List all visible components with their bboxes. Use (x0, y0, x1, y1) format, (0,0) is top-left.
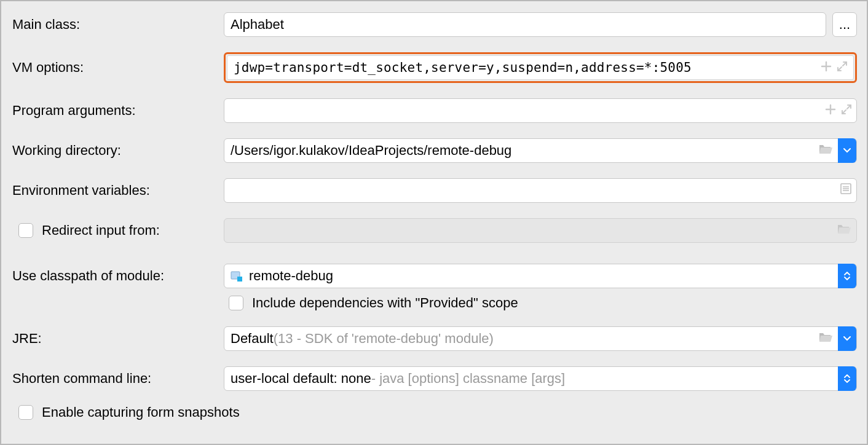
classpath-module-value: remote-debug (249, 268, 838, 284)
row-jre: JRE: Default (13 - SDK of 'remote-debug'… (12, 326, 857, 351)
label-redirect-input: Redirect input from: (42, 222, 160, 238)
shorten-dropdown-button[interactable] (838, 366, 856, 391)
working-directory-combo[interactable]: /Users/igor.kulakov/IdeaProjects/remote-… (224, 138, 857, 163)
label-include-provided: Include dependencies with "Provided" sco… (252, 295, 518, 311)
label-program-arguments: Program arguments: (12, 103, 136, 119)
plus-icon[interactable] (825, 103, 836, 119)
main-class-browse-button[interactable]: ... (832, 12, 857, 37)
row-shorten-command-line: Shorten command line: user-local default… (12, 366, 857, 391)
working-directory-dropdown-button[interactable] (838, 138, 856, 163)
module-icon (231, 270, 243, 282)
label-main-class: Main class: (12, 17, 80, 33)
label-classpath-module: Use classpath of module: (12, 268, 164, 284)
folder-open-icon[interactable] (818, 331, 833, 347)
vm-options-highlight (224, 52, 857, 83)
label-working-directory: Working directory: (12, 143, 121, 159)
classpath-module-dropdown-button[interactable] (838, 264, 856, 288)
main-class-input[interactable] (224, 12, 826, 37)
enable-snapshots-checkbox[interactable] (18, 405, 33, 420)
label-jre: JRE: (12, 331, 42, 347)
environment-variables-input[interactable] (224, 178, 857, 203)
row-classpath-module: Use classpath of module: remote-debug (12, 264, 857, 288)
plus-icon[interactable] (821, 60, 832, 76)
classpath-module-select[interactable]: remote-debug (224, 264, 857, 288)
jre-select[interactable]: Default (13 - SDK of 'remote-debug' modu… (224, 326, 857, 351)
svg-rect-2 (237, 277, 242, 282)
shorten-command-line-select[interactable]: user-local default: none - java [options… (224, 366, 857, 391)
vm-options-input[interactable] (227, 55, 854, 80)
label-environment-variables: Environment variables: (12, 183, 150, 199)
row-main-class: Main class: ... (12, 12, 857, 37)
row-vm-options: VM options: (12, 52, 857, 83)
label-vm-options: VM options: (12, 60, 84, 76)
jre-hint: (13 - SDK of 'remote-debug' module) (274, 331, 494, 347)
redirect-input-checkbox[interactable] (18, 223, 33, 238)
jre-value: Default (231, 331, 274, 347)
label-enable-snapshots: Enable capturing form snapshots (42, 404, 240, 420)
row-program-arguments: Program arguments: (12, 98, 857, 123)
redirect-input-field-disabled (224, 218, 857, 243)
folder-open-icon[interactable] (818, 143, 833, 159)
row-working-directory: Working directory: /Users/igor.kulakov/I… (12, 138, 857, 163)
label-shorten-command-line: Shorten command line: (12, 371, 151, 387)
expand-icon[interactable] (837, 60, 848, 76)
expand-icon[interactable] (841, 103, 852, 119)
folder-open-icon (837, 222, 851, 238)
include-provided-checkbox[interactable] (229, 296, 243, 310)
run-config-panel: Main class: ... VM options: (0, 0, 868, 445)
shorten-value: user-local default: none (231, 371, 371, 387)
row-environment-variables: Environment variables: (12, 178, 857, 203)
row-enable-snapshots: Enable capturing form snapshots (12, 404, 857, 420)
program-arguments-input[interactable] (224, 98, 857, 123)
row-redirect-input: Redirect input from: (12, 218, 857, 243)
working-directory-value: /Users/igor.kulakov/IdeaProjects/remote-… (231, 143, 818, 159)
list-icon[interactable] (840, 183, 852, 199)
shorten-hint: - java [options] classname [args] (371, 371, 565, 387)
ellipsis-label: ... (839, 17, 850, 33)
jre-dropdown-button[interactable] (838, 326, 856, 351)
row-include-provided: Include dependencies with "Provided" sco… (224, 295, 857, 311)
